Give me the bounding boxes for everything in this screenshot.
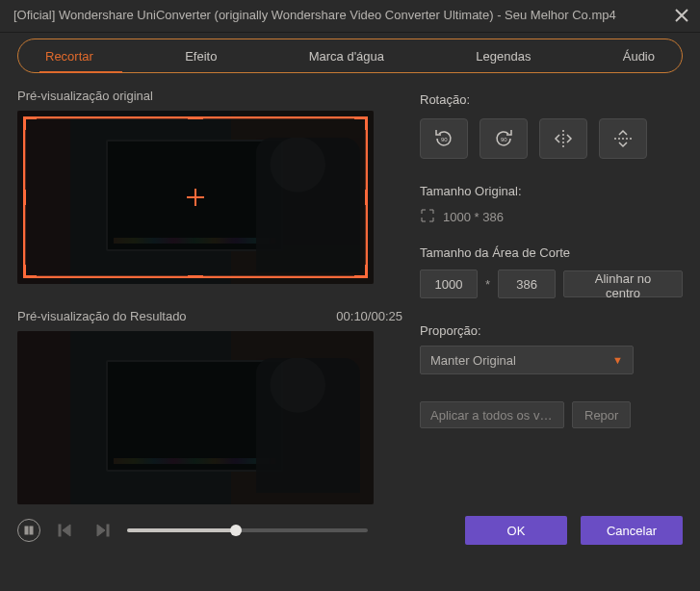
- crop-handle-left[interactable]: [23, 190, 26, 205]
- reset-button[interactable]: Repor: [572, 401, 631, 428]
- apply-all-button[interactable]: Aplicar a todos os víd...: [420, 401, 564, 428]
- crop-height-input[interactable]: [498, 270, 556, 298]
- crop-handle-top-left[interactable]: [23, 116, 37, 130]
- crop-handle-bottom-right[interactable]: [354, 265, 368, 278]
- rotate-cw-button[interactable]: 90: [480, 118, 528, 159]
- multiply-icon: *: [485, 277, 490, 292]
- tab-audio[interactable]: Áudio: [617, 45, 661, 67]
- svg-rect-6: [59, 525, 61, 536]
- result-preview: [17, 331, 374, 504]
- crop-size-label: Tamanho da Área de Corte: [420, 245, 683, 260]
- tab-marca-dagua[interactable]: Marca d'água: [303, 45, 390, 67]
- ok-button[interactable]: OK: [465, 516, 567, 545]
- expand-icon: [420, 208, 435, 226]
- original-size-value: 1000 * 386: [443, 210, 504, 224]
- svg-marker-8: [97, 525, 105, 536]
- original-size-label: Tamanho Original:: [420, 184, 683, 198]
- cancel-button[interactable]: Cancelar: [581, 516, 683, 545]
- original-preview[interactable]: [17, 111, 374, 284]
- crop-width-input[interactable]: [420, 270, 478, 298]
- tab-legendas[interactable]: Legendas: [470, 45, 536, 67]
- result-preview-label: Pré-visualização do Resultado: [17, 309, 187, 323]
- svg-text:90: 90: [441, 137, 448, 142]
- aspect-label: Proporção:: [420, 323, 683, 338]
- crop-handle-right[interactable]: [365, 190, 368, 205]
- crop-handle-bottom-left[interactable]: [23, 265, 37, 278]
- svg-rect-5: [30, 527, 33, 534]
- original-preview-label: Pré-visualização original: [17, 89, 402, 103]
- flip-vertical-button[interactable]: [599, 118, 647, 159]
- crop-frame[interactable]: [23, 116, 368, 278]
- crop-handle-top[interactable]: [188, 116, 203, 119]
- close-icon[interactable]: [675, 9, 688, 22]
- svg-marker-7: [63, 525, 70, 536]
- window-title: [Oficial] Wondershare UniConverter (orig…: [13, 8, 616, 22]
- next-frame-button[interactable]: [91, 519, 114, 542]
- tab-recortar[interactable]: Recortar: [39, 45, 99, 67]
- rotation-label: Rotação:: [420, 92, 683, 107]
- center-align-button[interactable]: Alinhar no centro: [563, 270, 683, 297]
- aspect-value: Manter Original: [430, 353, 516, 368]
- prev-frame-button[interactable]: [54, 519, 77, 542]
- tabs-bar: Recortar Efeito Marca d'água Legendas Áu…: [17, 39, 683, 73]
- flip-horizontal-button[interactable]: [539, 118, 587, 159]
- aspect-select[interactable]: Manter Original ▼: [420, 346, 634, 374]
- svg-rect-4: [25, 527, 28, 534]
- crop-handle-top-right[interactable]: [354, 116, 368, 130]
- rotate-ccw-button[interactable]: 90: [420, 118, 468, 159]
- crop-center-icon[interactable]: [187, 189, 204, 206]
- timecode: 00:10/00:25: [336, 309, 402, 323]
- crop-handle-bottom[interactable]: [188, 275, 203, 278]
- tab-efeito[interactable]: Efeito: [179, 45, 222, 67]
- pause-button[interactable]: [17, 519, 40, 542]
- svg-text:90: 90: [501, 137, 507, 142]
- svg-rect-9: [107, 525, 109, 536]
- chevron-down-icon: ▼: [612, 354, 623, 366]
- slider-knob[interactable]: [230, 525, 242, 536]
- playback-slider[interactable]: [127, 528, 368, 532]
